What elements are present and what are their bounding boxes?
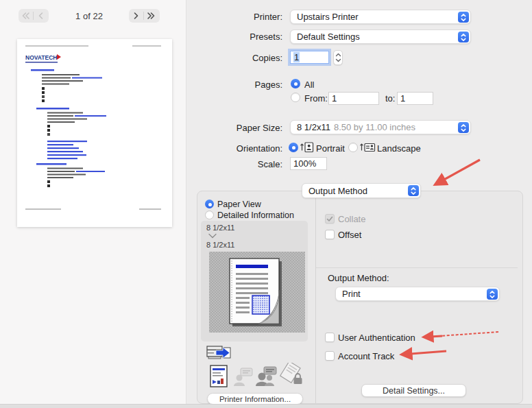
pages-range-radio[interactable] (291, 93, 300, 102)
paper-size-chevron-icon (208, 233, 217, 239)
last-page-button[interactable] (144, 9, 158, 23)
pager-forward-group (129, 9, 160, 23)
output-method-label: Output Method: (328, 273, 389, 283)
paper-size-bottom-label: 8 1/2x11 (206, 241, 234, 249)
pages-to-value: 1 (400, 93, 405, 104)
printer-select-value: Upstairs Printer (297, 12, 359, 22)
pages-from-input[interactable]: 1 (328, 92, 379, 105)
thumbnail-logo-text: NOVATECH (25, 54, 57, 61)
double-chevron-right-icon (148, 13, 154, 19)
orientation-portrait-label: Portrait (316, 143, 345, 154)
pages-to-input[interactable]: 1 (397, 92, 433, 105)
offset-label: Offset (338, 230, 361, 240)
copies-input[interactable]: 1 (290, 51, 329, 64)
orientation-label: Orientation: (186, 143, 282, 154)
presets-select[interactable]: Default Settings (290, 29, 471, 44)
copies-stepper[interactable] (333, 50, 343, 65)
checkmark-icon (326, 216, 333, 222)
pager-back-group (19, 9, 49, 23)
detail-settings-button-label: Detail Settings... (383, 386, 445, 396)
printer-information-button-label: Printer Information... (219, 395, 291, 403)
orientation-portrait-radio[interactable] (289, 143, 298, 152)
pages-from-value: 1 (332, 93, 337, 104)
account-track-label: Account Track (338, 351, 394, 361)
user-comment-icon (233, 368, 254, 387)
window-bottom-edge (0, 404, 532, 408)
logo-arrow-icon (57, 54, 61, 60)
panel-selector-dropdown[interactable]: Output Method (302, 183, 421, 198)
chevron-down-icon (336, 60, 340, 62)
dropdown-stepper-icon (458, 12, 469, 23)
paper-size-select-value: 8 1/2x11 (297, 122, 330, 132)
presets-select-value: Default Settings (297, 32, 360, 42)
document-thumbnail[interactable]: NOVATECH (17, 39, 172, 227)
scale-input-value: 100% (293, 158, 316, 169)
output-method-arrow (435, 160, 480, 184)
collate-checkbox (325, 214, 335, 224)
printer-select[interactable]: Upstairs Printer (290, 10, 471, 24)
output-method-select[interactable]: Print (335, 287, 500, 301)
dropdown-stepper-icon (458, 122, 469, 133)
thumbnail-preview-graphic: NOVATECH (17, 39, 172, 227)
copies-label: Copies: (186, 53, 282, 63)
document-settings-icon (210, 365, 228, 388)
panel-selector-value: Output Method (309, 186, 367, 196)
first-page-button[interactable] (19, 9, 33, 23)
next-page-button[interactable] (129, 9, 143, 23)
scale-label: Scale: (186, 159, 282, 169)
presets-label: Presets: (186, 32, 282, 42)
account-track-checkbox[interactable] (325, 351, 335, 361)
scale-input[interactable]: 100% (290, 157, 327, 170)
paper-preview-icon (224, 256, 290, 328)
chevron-left-icon (40, 13, 43, 19)
orientation-landscape-label: Landscape (377, 143, 421, 154)
print-dialog: 1 of 22 NOVATECH (0, 0, 532, 408)
pages-to-label: to: (385, 93, 395, 104)
dropdown-stepper-icon (458, 32, 469, 43)
printer-label: Printer: (186, 12, 282, 22)
paper-view-radio[interactable] (205, 200, 214, 208)
paper-size-top-label: 8 1/2x11 (206, 224, 234, 232)
printer-output-icon (206, 344, 233, 364)
paper-size-select[interactable]: 8 1/2x11 8.50 by 11.00 inches (290, 120, 471, 134)
previous-page-button[interactable] (34, 9, 48, 23)
printer-information-button[interactable]: Printer Information... (207, 393, 303, 405)
paper-size-label: Paper Size: (186, 123, 282, 133)
user-authentication-checkbox[interactable] (325, 333, 335, 342)
chevron-right-icon (135, 13, 138, 19)
pages-all-label: All (304, 80, 314, 90)
landscape-orientation-icon (360, 141, 376, 153)
offset-checkbox[interactable] (325, 230, 335, 239)
panel-vertical-divider (315, 198, 316, 403)
detailed-information-label: Detailed Information (217, 211, 294, 220)
detailed-information-radio[interactable] (205, 211, 214, 219)
secure-document-icon (279, 363, 304, 386)
pages-from-label: From: (304, 93, 328, 104)
portrait-orientation-icon (300, 141, 314, 153)
pages-all-radio[interactable] (291, 79, 300, 88)
paper-view-label: Paper View (217, 200, 261, 209)
user-authentication-label: User Authentication (338, 333, 415, 343)
pages-label: Pages: (186, 80, 282, 90)
paper-preview-area (209, 252, 305, 333)
dropdown-stepper-icon (408, 185, 419, 196)
dropdown-stepper-icon (487, 289, 498, 300)
users-comment-icon (255, 366, 278, 387)
copies-input-value: 1 (293, 52, 300, 62)
page-indicator: 1 of 22 (62, 11, 117, 21)
double-chevron-left-icon (23, 13, 29, 19)
chevron-up-icon (336, 54, 340, 56)
collate-label: Collate (338, 214, 365, 224)
preview-pane: 1 of 22 NOVATECH (0, 0, 186, 408)
paper-size-select-detail: 8.50 by 11.00 inches (334, 122, 415, 132)
output-method-select-value: Print (342, 289, 361, 299)
section-divider (316, 267, 518, 268)
detail-settings-button[interactable]: Detail Settings... (361, 384, 466, 397)
orientation-landscape-radio[interactable] (348, 143, 358, 152)
